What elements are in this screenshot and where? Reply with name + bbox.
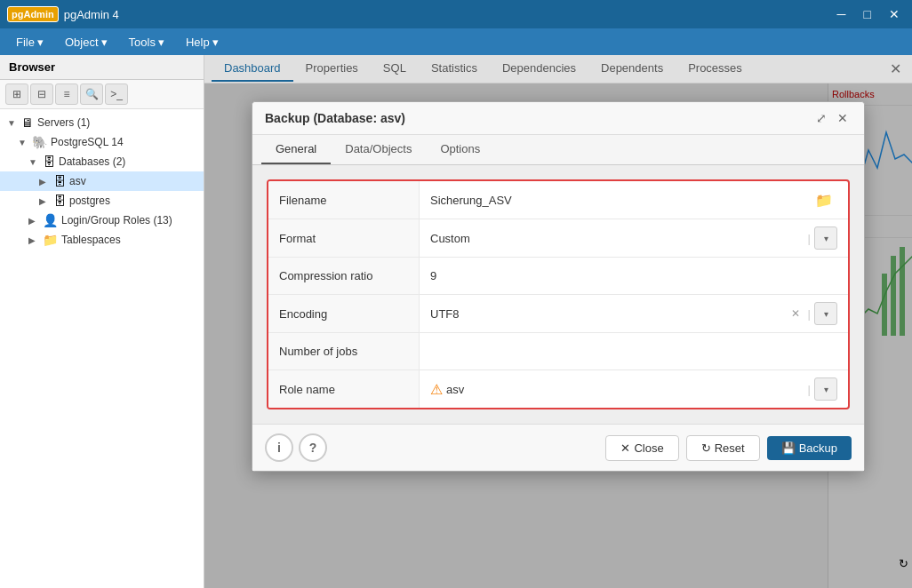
- sidebar-tool-table[interactable]: ⊟: [30, 83, 53, 105]
- form-row-jobs: Number of jobs: [268, 333, 848, 370]
- dialog-expand-button[interactable]: ⤢: [812, 109, 830, 127]
- tree-item-login-roles[interactable]: ▶ 👤 Login/Group Roles (13): [0, 211, 204, 230]
- value-format: Custom | ▾: [420, 219, 848, 257]
- tab-sql[interactable]: SQL: [371, 56, 419, 82]
- encoding-clear-button[interactable]: ✕: [787, 305, 804, 322]
- tree-item-asv[interactable]: ▶ 🗄 asv: [0, 171, 204, 191]
- reset-label: Reset: [715, 441, 745, 455]
- tree-label-asv: asv: [69, 175, 86, 187]
- close-window-button[interactable]: ✕: [884, 5, 905, 23]
- menu-tools[interactable]: Tools ▾: [120, 32, 173, 52]
- database-postgres-icon: 🗄: [53, 194, 66, 208]
- form-row-compression: Compression ratio: [268, 258, 848, 295]
- close-label: Close: [634, 441, 663, 455]
- maximize-button[interactable]: □: [859, 5, 876, 23]
- close-x-icon: ✕: [620, 441, 630, 455]
- format-dropdown-button[interactable]: ▾: [814, 226, 837, 250]
- sidebar: Browser ⊞ ⊟ ≡ 🔍 >_ ▼ 🖥 Servers (1) ▼ 🐘 P…: [0, 55, 204, 588]
- tree-item-postgresql14[interactable]: ▼ 🐘 PostgreSQL 14: [0, 132, 204, 152]
- tree-item-tablespaces[interactable]: ▶ 📁 Tablespaces: [0, 230, 204, 250]
- chevron-down-icon: ▾: [101, 36, 108, 49]
- form-row-encoding: Encoding UTF8 ✕ | ▾: [268, 295, 848, 333]
- form-row-format: Format Custom | ▾: [268, 219, 848, 258]
- role-dropdown-button[interactable]: ▾: [814, 377, 837, 401]
- info-icon: i: [277, 441, 281, 455]
- app-title: pgAdmin 4: [64, 8, 119, 21]
- info-button[interactable]: i: [265, 433, 293, 462]
- reset-button[interactable]: ↻ Reset: [686, 435, 760, 461]
- form-row-filename: Filename 📁: [268, 181, 848, 219]
- dialog-close-header-button[interactable]: ✕: [834, 109, 852, 127]
- tree-item-servers[interactable]: ▼ 🖥 Servers (1): [0, 113, 204, 132]
- login-roles-icon: 👤: [43, 213, 58, 227]
- tab-processes[interactable]: Processes: [676, 56, 755, 82]
- app-logo: pgAdmin: [7, 6, 59, 22]
- value-jobs: [420, 338, 848, 365]
- input-jobs[interactable]: [430, 345, 837, 358]
- sidebar-tool-grid[interactable]: ⊞: [5, 83, 28, 105]
- tablespaces-icon: 📁: [43, 233, 58, 247]
- value-filename: 📁: [420, 181, 848, 219]
- tree-label-postgres: postgres: [69, 195, 110, 207]
- tab-dependents[interactable]: Dependents: [588, 56, 676, 82]
- sidebar-tool-terminal[interactable]: >_: [105, 83, 128, 105]
- menu-object[interactable]: Object ▾: [56, 32, 116, 52]
- sidebar-header: Browser: [0, 55, 204, 80]
- databases-icon: 🗄: [43, 155, 55, 169]
- tab-properties[interactable]: Properties: [293, 56, 371, 82]
- folder-browse-button[interactable]: 📁: [811, 188, 837, 211]
- dialog-tab-general[interactable]: General: [261, 135, 331, 164]
- chevron-right-icon: ▶: [39, 177, 50, 187]
- tree-item-postgres[interactable]: ▶ 🗄 postgres: [0, 191, 204, 211]
- tree-item-databases[interactable]: ▼ 🗄 Databases (2): [0, 152, 204, 171]
- form-section: Filename 📁 Format: [267, 179, 850, 409]
- role-separator: |: [808, 383, 811, 396]
- tab-statistics[interactable]: Statistics: [419, 56, 490, 82]
- tab-dashboard[interactable]: Dashboard: [212, 56, 293, 82]
- chevron-right-icon: ▶: [28, 235, 39, 245]
- chevron-right-icon: ▶: [39, 196, 50, 206]
- label-filename: Filename: [268, 181, 420, 219]
- dialog-header: Backup (Database: asv) ⤢ ✕: [252, 102, 864, 135]
- label-role: Role name: [268, 370, 420, 408]
- value-encoding: UTF8 ✕ | ▾: [420, 295, 848, 332]
- help-button[interactable]: ?: [299, 433, 327, 462]
- menubar: File ▾ Object ▾ Tools ▾ Help ▾: [0, 28, 912, 55]
- value-compression: [420, 262, 848, 290]
- format-value: Custom: [430, 232, 804, 245]
- label-encoding: Encoding: [268, 295, 420, 332]
- backup-button[interactable]: 💾 Backup: [767, 436, 852, 460]
- menu-help[interactable]: Help ▾: [177, 32, 228, 52]
- menu-file[interactable]: File ▾: [7, 32, 52, 52]
- tab-bar-close[interactable]: ✕: [886, 60, 905, 77]
- dialog-tab-dataobjects[interactable]: Data/Objects: [331, 135, 426, 164]
- format-separator: |: [808, 232, 811, 245]
- encoding-dropdown-button[interactable]: ▾: [814, 302, 837, 325]
- dialog-tab-options[interactable]: Options: [426, 135, 494, 164]
- backup-label: Backup: [799, 441, 837, 455]
- minimize-button[interactable]: ─: [832, 5, 852, 23]
- sidebar-toolbar: ⊞ ⊟ ≡ 🔍 >_: [0, 80, 204, 109]
- chevron-down-icon: ▼: [7, 118, 18, 128]
- encoding-control: UTF8 ✕ | ▾: [430, 302, 837, 325]
- database-asv-icon: 🗄: [53, 174, 66, 188]
- titlebar: pgAdmin pgAdmin 4 ─ □ ✕: [0, 0, 912, 28]
- tab-dependencies[interactable]: Dependencies: [490, 56, 588, 82]
- charts-area: Rollbacks Hits ↻: [204, 83, 912, 588]
- right-panel: Dashboard Properties SQL Statistics Depe…: [204, 55, 912, 588]
- backup-icon: 💾: [781, 441, 796, 455]
- dialog-tabs: General Data/Objects Options: [252, 135, 864, 165]
- footer-info-buttons: i ?: [265, 433, 327, 462]
- tree-label-postgresql: PostgreSQL 14: [51, 136, 124, 148]
- tree-label-tablespaces: Tablespaces: [61, 234, 121, 246]
- dialog-body: Filename 📁 Format: [252, 165, 864, 424]
- help-icon: ?: [309, 441, 317, 455]
- sidebar-tool-list[interactable]: ≡: [55, 83, 78, 105]
- input-filename[interactable]: [430, 194, 805, 207]
- role-icon: ⚠: [430, 381, 443, 398]
- tab-bar: Dashboard Properties SQL Statistics Depe…: [204, 55, 912, 83]
- sidebar-tool-search[interactable]: 🔍: [80, 83, 103, 105]
- close-button[interactable]: ✕ Close: [605, 435, 678, 461]
- input-compression[interactable]: [430, 269, 837, 282]
- postgresql-icon: 🐘: [32, 135, 47, 149]
